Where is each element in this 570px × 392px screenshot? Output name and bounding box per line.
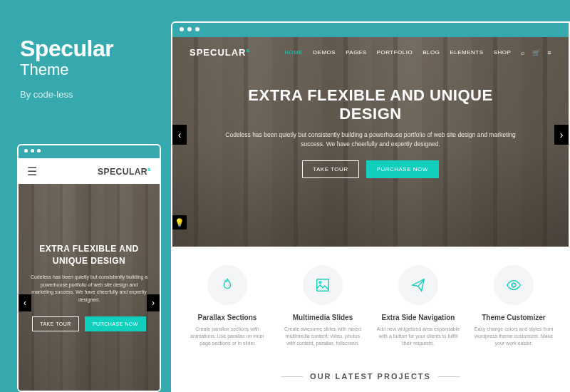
feature-title: Multimedia Slides [278,314,368,321]
mobile-hero: ‹ › EXTRA FLEXIBLE AND UNIQUE DESIGN Cod… [19,184,160,391]
menu-icon[interactable]: ≡ [547,49,551,56]
desktop-window-chrome [172,23,569,37]
promo-subtitle: Theme [20,61,113,79]
desktop-logo[interactable]: SPECULARs [190,47,250,58]
flame-icon [207,265,247,305]
svg-rect-0 [317,279,329,292]
feature-multimedia: Multimedia Slides Create awesome slides … [278,265,368,346]
mobile-hero-title: EXTRA FLEXIBLE AND UNIQUE DESIGN [30,243,148,267]
feature-desc: Create parallax sections with animations… [182,326,272,346]
take-tour-button[interactable]: TAKE TOUR [302,160,358,178]
nav-shop[interactable]: SHOP [494,49,512,56]
features-row: Parallax Sections Create parallax sectio… [172,247,569,359]
nav-home[interactable]: HOME [284,49,303,56]
feature-customizer: Theme Customizer Easy change colors and … [469,265,559,346]
promo-block: Specular Theme By code-less [20,36,113,100]
mobile-slider-next[interactable]: › [147,294,160,311]
slider-prev[interactable]: ‹ [172,125,187,145]
slider-next[interactable]: › [554,125,569,145]
feature-title: Parallax Sections [182,314,272,321]
desktop-preview: SPECULARs HOME DEMOS PAGES PORTFOLIO BLO… [171,21,570,392]
mobile-preview: ☰ SPECULARs ‹ › EXTRA FLEXIBLE AND UNIQU… [17,144,161,392]
desktop-hero: SPECULARs HOME DEMOS PAGES PORTFOLIO BLO… [172,37,569,247]
feature-parallax: Parallax Sections Create parallax sectio… [182,265,272,346]
nav-blog[interactable]: BLOG [423,49,440,56]
mobile-logo[interactable]: SPECULARs [98,166,151,177]
nav-pages[interactable]: PAGES [346,49,366,56]
feature-desc: Add new widgetized area expandable with … [373,326,463,346]
feature-title: Theme Customizer [469,314,559,321]
feature-desc: Create awesome slides with mixed multime… [278,326,368,346]
promo-title: Specular [20,36,113,62]
image-icon [303,265,343,305]
mobile-header: ☰ SPECULARs [19,158,160,184]
nav-elements[interactable]: ELEMENTS [450,49,483,56]
mobile-purchase-button[interactable]: PURCHASE NOW [85,316,146,331]
mobile-slider-prev[interactable]: ‹ [19,294,31,311]
promo-byline: By code-less [20,89,113,100]
search-icon[interactable]: ⌕ [521,49,525,56]
mobile-window-chrome [19,145,160,158]
svg-point-2 [512,283,516,287]
projects-heading: OUR LATEST PROJECTS [310,372,431,381]
purchase-button[interactable]: PURCHASE NOW [366,160,439,178]
hamburger-icon[interactable]: ☰ [27,165,37,178]
hero-title: EXTRA FLEXIBLE AND UNIQUE DESIGN [215,86,526,123]
bulb-icon[interactable]: 💡 [172,215,187,229]
svg-point-1 [319,282,321,284]
nav-demos[interactable]: DEMOS [313,49,336,56]
cart-icon[interactable]: 🛒 [532,49,541,56]
desktop-header: SPECULARs HOME DEMOS PAGES PORTFOLIO BLO… [172,37,569,68]
paper-plane-icon [398,265,438,305]
nav-portfolio[interactable]: PORTFOLIO [377,49,413,56]
feature-desc: Easy change colors and styles from wordp… [469,326,559,346]
section-heading: OUR LATEST PROJECTS [172,359,569,392]
eye-icon [494,265,534,305]
feature-title: Extra Side Navigation [373,314,463,321]
desktop-nav: HOME DEMOS PAGES PORTFOLIO BLOG ELEMENTS… [284,49,551,56]
mobile-take-tour-button[interactable]: TAKE TOUR [32,316,79,331]
feature-sidenav: Extra Side Navigation Add new widgetized… [373,265,463,346]
